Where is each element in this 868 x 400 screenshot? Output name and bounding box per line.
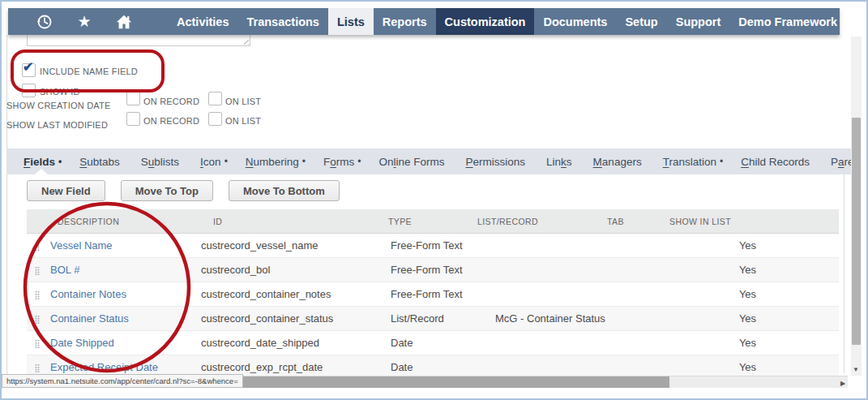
- creation-date-on-record-checkbox[interactable]: [126, 92, 140, 105]
- header-type: TYPE: [377, 209, 474, 234]
- creation-date-on-list-checkbox[interactable]: [208, 92, 222, 105]
- tab-label: Permissions: [466, 156, 526, 168]
- dropdown-dot-icon: •: [357, 156, 361, 167]
- field-list-record: [474, 331, 605, 355]
- field-link[interactable]: Container Notes: [50, 288, 126, 300]
- nav-item-lists[interactable]: Lists: [328, 8, 374, 35]
- creation-date-on-list-label: ON LIST: [225, 97, 261, 106]
- field-actions: New Field Move To Top Move To Bottom: [27, 180, 340, 201]
- vertical-scrollbar-thumb[interactable]: [852, 118, 861, 345]
- tab-sublists[interactable]: Sublists: [132, 148, 191, 174]
- tab-forms[interactable]: Forms•: [314, 148, 370, 174]
- drag-handle-icon[interactable]: ⣿: [34, 315, 40, 324]
- table-row: ⣿ Vessel Name custrecord_vessel_name Fre…: [27, 234, 839, 258]
- table-row: ⣿ Container Status custrecord_container_…: [27, 307, 839, 331]
- top-navigation-bar: ★ Activities Transactions Lists Reports …: [8, 8, 840, 35]
- table-row: ⣿ BOL # custrecord_bol Free-Form Text Ye…: [27, 258, 839, 282]
- checkmark-icon: ✔: [23, 59, 33, 75]
- nav-item-demo-framework[interactable]: Demo Framework: [729, 8, 846, 35]
- scroll-down-arrow-icon[interactable]: ▼: [853, 366, 859, 373]
- drag-handle-icon[interactable]: ⣿: [34, 290, 40, 299]
- drag-handle-icon[interactable]: ⣿: [34, 363, 40, 372]
- move-to-bottom-button[interactable]: Move To Bottom: [229, 180, 340, 201]
- field-type: Free-Form Text: [377, 258, 474, 282]
- nav-item-documents[interactable]: Documents: [534, 8, 616, 35]
- dropdown-dot-icon: •: [58, 156, 62, 167]
- creation-date-on-record-label: ON RECORD: [143, 97, 199, 106]
- header-tab: TAB: [605, 209, 656, 234]
- field-tab: [605, 234, 656, 258]
- field-id: custrecord_container_notes: [199, 282, 377, 307]
- include-name-field-label: INCLUDE NAME FIELD: [40, 67, 138, 76]
- recent-records-icon[interactable]: [36, 13, 53, 31]
- dropdown-dot-icon: •: [224, 156, 228, 167]
- shortcuts-star-icon[interactable]: ★: [75, 13, 93, 31]
- new-field-button[interactable]: New Field: [27, 180, 105, 201]
- tab-label: Sublists: [141, 156, 179, 168]
- tab-numbering[interactable]: Numbering•: [237, 148, 314, 174]
- field-id: custrecord_vessel_name: [199, 234, 377, 258]
- nav-item-setup[interactable]: Setup: [616, 8, 666, 35]
- table-row: ⣿ Container Notes custrecord_container_n…: [27, 282, 839, 307]
- tab-parent-truncated[interactable]: Pare: [822, 148, 853, 174]
- field-link[interactable]: Date Shipped: [50, 337, 114, 349]
- dropdown-dot-icon: •: [720, 156, 723, 167]
- move-to-top-button[interactable]: Move To Top: [121, 180, 213, 201]
- tab-online-forms[interactable]: Online Forms: [370, 148, 457, 174]
- field-list-record: [474, 234, 605, 258]
- scroll-right-arrow-icon[interactable]: ▶: [840, 380, 845, 387]
- field-link[interactable]: Vessel Name: [50, 239, 113, 252]
- field-tab: [605, 258, 656, 282]
- field-show-in-list: Yes: [656, 258, 839, 282]
- tab-icon[interactable]: Icon•: [191, 148, 237, 174]
- home-icon[interactable]: [115, 13, 133, 31]
- include-name-field-checkbox[interactable]: ✔: [22, 63, 36, 77]
- drag-handle-icon[interactable]: ⣿: [34, 266, 40, 275]
- tab-label: Forms: [323, 156, 354, 168]
- tab-permissions[interactable]: Permissions: [457, 148, 538, 174]
- last-modified-on-list-label: ON LIST: [225, 116, 261, 126]
- field-tab: [605, 282, 656, 307]
- nav-item-customization[interactable]: Customization: [436, 8, 535, 35]
- field-type: List/Record: [377, 307, 474, 331]
- netsuite-window: ★ Activities Transactions Lists Reports …: [0, 0, 868, 400]
- last-modified-on-record-checkbox[interactable]: [126, 112, 140, 126]
- tab-label: Icon: [200, 156, 221, 168]
- nav-icon-group: ★: [8, 8, 155, 35]
- tab-managers[interactable]: Managers: [584, 148, 654, 174]
- nav-item-reports[interactable]: Reports: [374, 8, 436, 35]
- house-glyph: [115, 13, 133, 31]
- tab-label: Child Records: [741, 156, 810, 168]
- nav-item-support[interactable]: Support: [667, 8, 730, 35]
- header-show-in-list: SHOW IN LIST: [656, 209, 839, 234]
- tab-subtabs[interactable]: Subtabs: [71, 148, 132, 174]
- nav-menu: Activities Transactions Lists Reports Cu…: [168, 8, 846, 35]
- star-glyph: ★: [77, 14, 91, 29]
- show-id-checkbox[interactable]: [22, 84, 36, 97]
- nav-item-transactions[interactable]: Transactions: [237, 8, 327, 35]
- field-id: custrecord_date_shipped: [199, 331, 377, 355]
- last-modified-on-list-checkbox[interactable]: [208, 112, 222, 126]
- table-row: ⣿ Date Shipped custrecord_date_shipped D…: [27, 331, 839, 355]
- tab-label: Managers: [593, 156, 642, 168]
- drag-handle-icon[interactable]: ⣿: [34, 339, 40, 348]
- tab-links[interactable]: Links: [537, 148, 584, 174]
- field-list-record: [474, 282, 605, 307]
- tab-fields[interactable]: Fields•: [15, 148, 71, 174]
- drag-handle-icon[interactable]: ⣿: [34, 242, 40, 251]
- tab-translation[interactable]: Translation•: [654, 148, 733, 174]
- field-link[interactable]: Expected Receipt Date: [50, 361, 158, 373]
- nav-item-activities[interactable]: Activities: [168, 8, 237, 35]
- field-list-record: McG - Container Status: [474, 307, 605, 331]
- subtab-strip: Fields• Subtabs Sublists Icon• Numbering…: [6, 148, 853, 174]
- tab-label: Online Forms: [379, 156, 445, 168]
- header-id: ID: [199, 209, 377, 234]
- field-show-in-list: Yes: [656, 282, 839, 307]
- field-show-in-list: Yes: [656, 331, 839, 355]
- field-link[interactable]: BOL #: [50, 264, 79, 276]
- tab-child-records[interactable]: Child Records: [732, 148, 822, 174]
- field-id: custrecord_bol: [199, 258, 377, 282]
- description-textarea[interactable]: [27, 35, 250, 46]
- field-link[interactable]: Container Status: [50, 312, 129, 325]
- resize-grip-icon[interactable]: [242, 37, 249, 45]
